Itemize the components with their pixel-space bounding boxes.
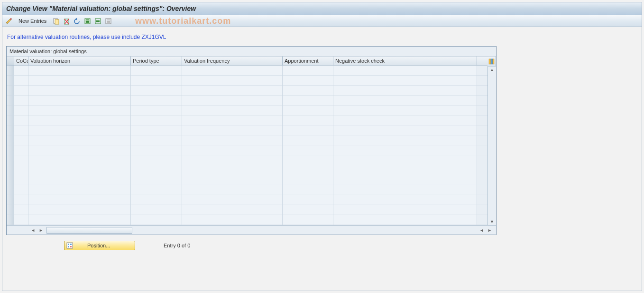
cell-negative-stock-check[interactable] [333, 76, 477, 85]
table-row[interactable] [7, 95, 488, 105]
cell-apportionment[interactable] [283, 135, 333, 145]
row-selector[interactable] [7, 85, 14, 95]
row-selector[interactable] [7, 185, 14, 195]
cell-apportionment[interactable] [283, 105, 333, 115]
undo-icon[interactable] [73, 17, 81, 25]
cell-apportionment[interactable] [283, 66, 333, 75]
row-selector[interactable] [7, 165, 14, 175]
column-valuation-frequency[interactable]: Valuation frequency [182, 57, 283, 65]
cell-valuation-frequency[interactable] [182, 215, 283, 225]
cell-valuation-horizon[interactable] [28, 155, 131, 165]
table-row[interactable] [7, 76, 488, 85]
column-selector[interactable] [7, 57, 14, 65]
cell-period-type[interactable] [131, 165, 182, 175]
position-button[interactable]: Position... [64, 241, 135, 250]
cell-cocd[interactable] [14, 185, 28, 195]
cell-negative-stock-check[interactable] [333, 95, 477, 105]
cell-cocd[interactable] [14, 125, 28, 135]
cell-negative-stock-check[interactable] [333, 185, 477, 195]
cell-apportionment[interactable] [283, 215, 333, 225]
row-selector[interactable] [7, 155, 14, 165]
cell-apportionment[interactable] [283, 95, 333, 105]
toggle-change-icon[interactable] [5, 17, 13, 25]
cell-cocd[interactable] [14, 195, 28, 205]
cell-period-type[interactable] [131, 95, 182, 105]
cell-cocd[interactable] [14, 135, 28, 145]
cell-apportionment[interactable] [283, 205, 333, 215]
table-row[interactable] [7, 195, 488, 205]
table-row[interactable] [7, 145, 488, 155]
cell-valuation-horizon[interactable] [28, 125, 131, 135]
cell-cocd[interactable] [14, 95, 28, 105]
cell-valuation-frequency[interactable] [182, 145, 283, 155]
cell-cocd[interactable] [14, 145, 28, 155]
cell-valuation-frequency[interactable] [182, 165, 283, 175]
cell-valuation-frequency[interactable] [182, 115, 283, 125]
row-selector[interactable] [7, 175, 14, 185]
cell-valuation-horizon[interactable] [28, 175, 131, 185]
cell-valuation-horizon[interactable] [28, 85, 131, 95]
row-selector[interactable] [7, 215, 14, 225]
vertical-scrollbar[interactable]: ▲ ▼ [488, 66, 496, 225]
cell-period-type[interactable] [131, 215, 182, 225]
cell-valuation-frequency[interactable] [182, 105, 283, 115]
cell-negative-stock-check[interactable] [333, 125, 477, 135]
row-selector[interactable] [7, 145, 14, 155]
row-selector[interactable] [7, 135, 14, 145]
cell-apportionment[interactable] [283, 76, 333, 85]
cell-valuation-frequency[interactable] [182, 195, 283, 205]
cell-period-type[interactable] [131, 195, 182, 205]
cell-period-type[interactable] [131, 185, 182, 195]
cell-cocd[interactable] [14, 66, 28, 75]
cell-cocd[interactable] [14, 105, 28, 115]
table-row[interactable] [7, 185, 488, 195]
column-period-type[interactable]: Period type [131, 57, 182, 65]
cell-negative-stock-check[interactable] [333, 145, 477, 155]
cell-period-type[interactable] [131, 175, 182, 185]
table-row[interactable] [7, 85, 488, 95]
cell-period-type[interactable] [131, 66, 182, 75]
cell-period-type[interactable] [131, 125, 182, 135]
select-all-icon[interactable] [83, 17, 91, 25]
row-selector[interactable] [7, 195, 14, 205]
cell-apportionment[interactable] [283, 125, 333, 135]
cell-valuation-frequency[interactable] [182, 155, 283, 165]
scrollbar-thumb[interactable] [47, 227, 132, 233]
cell-valuation-frequency[interactable] [182, 66, 283, 75]
cell-valuation-frequency[interactable] [182, 85, 283, 95]
cell-valuation-horizon[interactable] [28, 115, 131, 125]
cell-valuation-horizon[interactable] [28, 135, 131, 145]
row-selector[interactable] [7, 205, 14, 215]
column-apportionment[interactable]: Apportionment [283, 57, 333, 65]
cell-cocd[interactable] [14, 175, 28, 185]
cell-negative-stock-check[interactable] [333, 66, 477, 75]
configure-columns-icon[interactable] [488, 57, 496, 66]
table-row[interactable] [7, 175, 488, 185]
horizontal-scrollbar[interactable] [46, 227, 132, 234]
table-row[interactable] [7, 205, 488, 215]
copy-icon[interactable] [52, 17, 60, 25]
deselect-all-icon[interactable] [104, 17, 112, 25]
cell-valuation-horizon[interactable] [28, 165, 131, 175]
cell-apportionment[interactable] [283, 145, 333, 155]
cell-valuation-horizon[interactable] [28, 195, 131, 205]
cell-negative-stock-check[interactable] [333, 195, 477, 205]
cell-period-type[interactable] [131, 135, 182, 145]
cell-cocd[interactable] [14, 205, 28, 215]
cell-valuation-horizon[interactable] [28, 105, 131, 115]
cell-period-type[interactable] [131, 105, 182, 115]
cell-cocd[interactable] [14, 85, 28, 95]
cell-negative-stock-check[interactable] [333, 175, 477, 185]
row-selector[interactable] [7, 105, 14, 115]
scroll-right-end-icon[interactable]: ► [486, 228, 493, 233]
cell-apportionment[interactable] [283, 85, 333, 95]
cell-negative-stock-check[interactable] [333, 135, 477, 145]
delete-icon[interactable] [63, 17, 70, 25]
cell-valuation-horizon[interactable] [28, 185, 131, 195]
row-selector[interactable] [7, 76, 14, 85]
cell-valuation-horizon[interactable] [28, 66, 131, 75]
cell-apportionment[interactable] [283, 155, 333, 165]
column-cocd[interactable]: CoCd [14, 57, 28, 65]
cell-negative-stock-check[interactable] [333, 115, 477, 125]
table-row[interactable] [7, 115, 488, 125]
